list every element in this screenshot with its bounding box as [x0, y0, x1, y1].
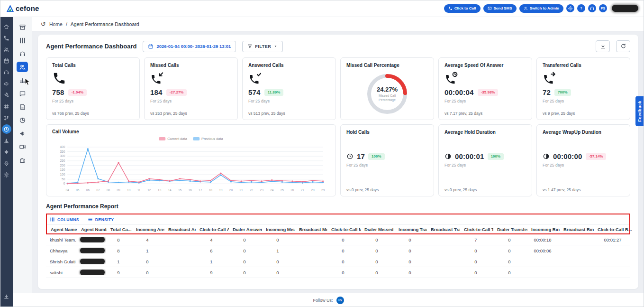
support-agent-icon-button[interactable]	[588, 4, 596, 12]
kpi-card: Average WrapUp Duration00:00:00-57.14%Fo…	[536, 124, 630, 196]
svg-text:22: 22	[250, 188, 254, 192]
column-header[interactable]: Incoming Trans...	[395, 227, 427, 232]
send-sms-button[interactable]: Send SMS	[483, 4, 517, 13]
column-header[interactable]: Broadcast Ring...	[560, 227, 594, 232]
svg-text:25: 25	[281, 188, 284, 192]
subsidebar-item-agents[interactable]	[17, 62, 28, 72]
feedback-tab[interactable]: Feedback	[635, 96, 644, 126]
sidebar-item-campaigns[interactable]	[2, 79, 11, 88]
acefone-logo-mark	[6, 4, 15, 13]
users-icon	[524, 6, 528, 10]
column-header[interactable]: Incoming Answ...	[132, 227, 164, 232]
sidebar-item-numbers[interactable]	[2, 102, 11, 111]
back-icon[interactable]: ↺	[41, 21, 46, 27]
subsidebar-item-video[interactable]	[17, 141, 28, 152]
sidebar-item-analytics[interactable]	[2, 136, 11, 145]
subsidebar-item-integrations[interactable]	[17, 155, 28, 165]
user-avatar[interactable]: PS	[599, 4, 607, 12]
columns-icon	[50, 217, 55, 222]
sidebar-item-services[interactable]	[2, 147, 11, 157]
subsidebar-item-announcements[interactable]	[17, 128, 28, 139]
subsidebar-item-chat[interactable]	[17, 88, 28, 99]
column-header[interactable]: Click-to-Call A...	[196, 227, 229, 232]
sidebar-item-recordings[interactable]	[2, 158, 11, 168]
table-cell: 0	[492, 259, 526, 264]
subsidebar-item-dashboard[interactable]	[17, 35, 28, 46]
kpi-card: Missed Calls184-27.27%For 25 daysvs 253 …	[144, 57, 238, 120]
subsidebar-item-reports[interactable]	[17, 75, 28, 85]
svg-text:19: 19	[219, 188, 223, 192]
table-cell: 0	[492, 237, 526, 242]
page-title: Agent Performance Dashboard	[46, 43, 136, 50]
agent-name-cell: Shrish Gulati	[46, 259, 76, 264]
column-header[interactable]: Dialer Transferr...	[493, 227, 527, 232]
column-header[interactable]: Dialer Answere...	[229, 227, 262, 232]
table-cell: 00:01:27	[593, 237, 633, 242]
change-badge: -1.04%	[68, 89, 87, 96]
sidebar-item-calendar[interactable]	[2, 56, 11, 65]
column-header[interactable]: Total Ca...	[107, 227, 132, 232]
export-button[interactable]	[596, 40, 610, 52]
redacted-agent-number	[80, 248, 105, 253]
column-header[interactable]: Agent Name	[47, 227, 77, 232]
date-range-picker[interactable]: 2026-01-04 00:00- 2026-01-29 13:01	[143, 41, 236, 52]
column-header[interactable]: Dialer Missed C...	[361, 227, 395, 232]
linkedin-icon[interactable]: in	[336, 297, 344, 304]
subsidebar-item-analytics[interactable]	[17, 115, 28, 125]
refresh-button[interactable]	[616, 40, 630, 52]
density-icon	[88, 217, 93, 222]
column-header[interactable]: Click-to-Call Tr...	[460, 227, 493, 232]
phone-forward-icon	[543, 71, 624, 86]
table-cell: 0	[394, 248, 426, 253]
table-cell: 0	[360, 237, 394, 242]
column-header[interactable]: Incoming Misse...	[262, 227, 295, 232]
click-to-call-button[interactable]: Click to Call	[444, 4, 481, 13]
column-header[interactable]: Broadcast Miss...	[295, 227, 327, 232]
table-cell: 0	[394, 270, 426, 275]
table-row[interactable]: Shrish Gulati1010000000	[46, 256, 630, 267]
settings-icon-button[interactable]	[566, 4, 574, 12]
subsidebar-item-inbox[interactable]	[17, 22, 28, 32]
sidebar-item-contacts[interactable]	[2, 45, 11, 54]
subsidebar-item-documents[interactable]	[17, 102, 28, 112]
kpi-comparison: vs 1.47 prev, 25 days	[543, 187, 624, 192]
follow-us-label: Follow Us:	[313, 298, 333, 303]
column-header[interactable]: Agent Numb...	[77, 227, 107, 232]
svg-text:08: 08	[107, 188, 110, 192]
redacted-agent-number	[80, 270, 105, 275]
sidebar-item-tools[interactable]	[2, 90, 11, 100]
topbar-actions: Click to CallSend SMSSwitch to Admin?PS	[444, 4, 638, 13]
sidebar-item-integrations[interactable]	[2, 113, 11, 122]
subsidebar-item-calls[interactable]	[17, 48, 28, 59]
sidebar-item-calls[interactable]	[2, 33, 11, 43]
kpi-value: 758	[52, 88, 64, 96]
table-row[interactable]: sakshi9090000000	[46, 267, 630, 278]
secondary-sidebar	[13, 17, 32, 293]
column-header[interactable]: Click-to-Call R...	[594, 227, 634, 232]
envelope-icon	[488, 6, 492, 10]
density-button[interactable]: DENSITY	[88, 217, 114, 222]
help-icon-button[interactable]: ?	[577, 4, 585, 12]
sidebar-item-call-center[interactable]	[2, 67, 11, 77]
table-row[interactable]: Chhavya816010000000:00:06	[46, 245, 630, 256]
sidebar-item-download[interactable]	[2, 292, 11, 301]
acefone-logo[interactable]: cefone	[6, 4, 39, 13]
sidebar-item-home[interactable]	[2, 22, 11, 31]
columns-button[interactable]: COLUMNS	[50, 217, 79, 222]
column-header[interactable]: Incoming Ring ...	[527, 227, 560, 232]
column-header[interactable]: Broadcast Ans...	[164, 227, 196, 232]
table-row[interactable]: khushi Team..844000007000:00:1800:01:27	[46, 234, 630, 245]
breadcrumb-home[interactable]: Home	[49, 21, 63, 27]
kpi-card: Answered Calls57411.89%For 25 daysvs 513…	[242, 57, 336, 120]
column-header[interactable]: Click-to-Call M...	[327, 227, 361, 232]
svg-text:14: 14	[168, 188, 172, 192]
sidebar-item-settings[interactable]	[2, 170, 11, 179]
filter-button[interactable]: FILTER	[242, 41, 283, 52]
kpi-period: For 25 days	[52, 99, 134, 103]
sidebar-item-history[interactable]	[2, 124, 11, 134]
kpi-card: Transferred Calls72700%For 25 daysvs 9 p…	[536, 57, 630, 120]
column-header[interactable]: Broadcast Tran...	[427, 227, 460, 232]
kpi-period: For 25 days	[543, 99, 624, 103]
phone-answered-icon	[248, 71, 330, 86]
switch-to-admin-button[interactable]: Switch to Admin	[519, 4, 563, 13]
